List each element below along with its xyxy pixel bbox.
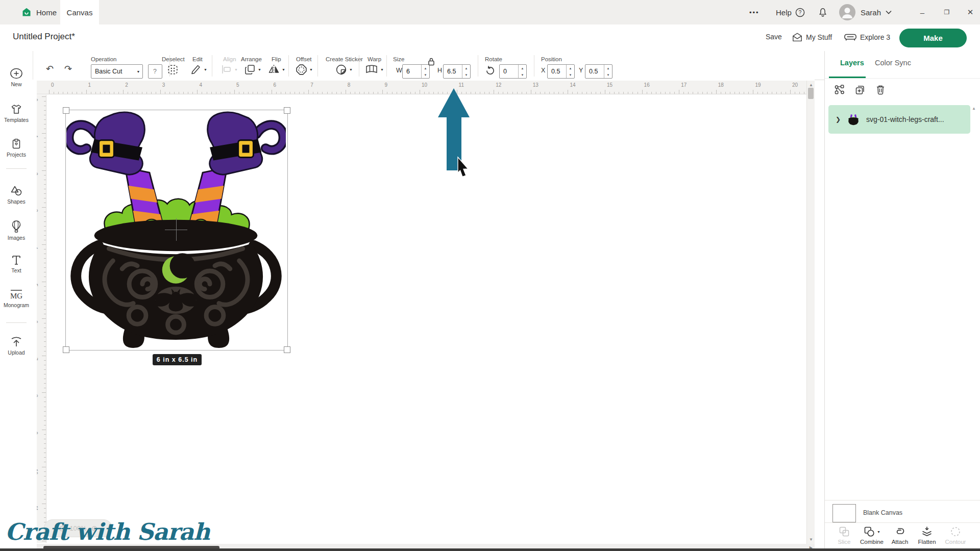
tab-color-sync[interactable]: Color Sync — [875, 59, 911, 67]
blank-canvas-label: Blank Canvas — [863, 509, 902, 516]
explore-button[interactable]: Explore 3 — [844, 33, 890, 42]
flatten-button[interactable]: Flatten — [913, 525, 941, 545]
selection-handle-top-left[interactable] — [63, 107, 69, 114]
selection-center-cross — [165, 230, 187, 230]
canvas-tab-label: Canvas — [67, 8, 93, 17]
craft-with-sarah-watermark: Craft with Sarah — [5, 518, 210, 545]
make-button[interactable]: Make — [899, 29, 967, 47]
rotate-icon[interactable] — [485, 65, 496, 76]
sidebar-item-upload[interactable]: Upload — [0, 336, 33, 356]
offset-caret-icon: ▼ — [309, 68, 313, 71]
arrange-button[interactable]: ▼ — [244, 63, 261, 76]
balloon-icon — [10, 220, 22, 233]
flip-label: Flip — [272, 56, 281, 62]
x-stepper[interactable]: ▲▼ — [566, 65, 574, 78]
warp-icon — [364, 63, 379, 76]
attach-button[interactable]: Attach — [886, 525, 914, 545]
sidebar-item-text[interactable]: Text — [0, 255, 33, 273]
layers-panel: Layers Color Sync ❯ — [824, 51, 980, 551]
rotate-value: 0 — [500, 65, 518, 78]
duplicate-layer-icon[interactable] — [854, 84, 866, 96]
app-window: Home Canvas ••• Help ? — [0, 0, 980, 551]
layer-row[interactable]: ❯ svg-01-witch-legs-craft... — [828, 105, 970, 134]
sidebar-item-shapes[interactable]: Shapes — [0, 185, 33, 205]
slice-button[interactable]: Slice — [830, 525, 859, 545]
align-button[interactable]: ▼ — [220, 63, 238, 76]
x-field[interactable]: 0.5 ▲▼ — [547, 64, 575, 79]
size-lock-icon[interactable] — [427, 57, 435, 66]
width-stepper[interactable]: ▲▼ — [421, 65, 429, 78]
save-button[interactable]: Save — [766, 33, 782, 41]
create-sticker-button[interactable]: ▼ — [335, 63, 353, 76]
minimize-button[interactable]: – — [914, 0, 931, 24]
cursor-pointer — [456, 156, 472, 179]
panel-scroll-up-icon[interactable]: ▲ — [972, 106, 976, 111]
group-layers-icon[interactable] — [834, 84, 846, 96]
home-tab[interactable]: Home — [21, 0, 57, 24]
offset-button[interactable]: ▼ — [295, 63, 313, 76]
y-stepper[interactable]: ▲▼ — [604, 65, 612, 78]
warp-button[interactable]: ▼ — [364, 63, 384, 76]
combine-button[interactable]: ▼ Combine — [857, 525, 886, 545]
flip-button[interactable]: ▼ — [267, 63, 285, 76]
tab-layers[interactable]: Layers — [840, 59, 864, 67]
contour-button[interactable]: Contour — [941, 525, 970, 545]
align-caret-icon: ▼ — [234, 68, 238, 71]
help-question-icon: ? — [795, 8, 805, 17]
height-stepper[interactable]: ▲▼ — [462, 65, 470, 78]
sidebar-item-new[interactable]: New — [0, 67, 33, 87]
v-scroll-thumb[interactable] — [808, 88, 814, 99]
redo-button[interactable]: ↷ — [64, 63, 72, 74]
selection-handle-bottom-right[interactable] — [284, 346, 290, 353]
design-canvas[interactable]: 01234567891011121314151617181920 0123456… — [33, 80, 815, 551]
warp-label: Warp — [368, 56, 381, 62]
height-field[interactable]: 6.5 ▲▼ — [443, 64, 471, 79]
header: Untitled Project* Save My Stuff Explore … — [0, 24, 980, 52]
sidebar-item-monogram[interactable]: MG Monogram — [0, 289, 33, 308]
scroll-down-icon[interactable]: ▼ — [809, 537, 813, 542]
blank-canvas-swatch[interactable] — [832, 504, 856, 522]
size-label: Size — [393, 56, 404, 62]
layer-expand-chevron-icon[interactable]: ❯ — [836, 116, 841, 123]
width-value: 6 — [403, 65, 421, 78]
rotate-field[interactable]: 0 ▲▼ — [499, 64, 527, 79]
scroll-up-icon[interactable]: ▲ — [809, 83, 813, 87]
selection-handle-bottom-left[interactable] — [63, 346, 69, 353]
home-icon — [21, 7, 32, 17]
combine-label: Combine — [860, 539, 884, 545]
machine-icon — [844, 33, 856, 42]
operation-select[interactable]: Basic Cut ▼ — [91, 64, 143, 79]
edit-button[interactable]: ▼ — [190, 63, 207, 76]
sidebar-item-templates[interactable]: Templates — [0, 103, 33, 123]
canvas-tab[interactable]: Canvas — [60, 0, 99, 24]
deselect-label: Deselect — [162, 56, 185, 62]
canvas-vertical-scrollbar[interactable]: ▲ ▼ — [806, 81, 815, 544]
my-stuff-button[interactable]: My Stuff — [792, 33, 832, 42]
close-button[interactable]: ✕ — [962, 0, 979, 24]
sidebar-item-projects[interactable]: Projects — [0, 138, 33, 158]
restore-button[interactable]: ❐ — [938, 0, 955, 24]
y-label: Y — [579, 67, 583, 74]
selection-box[interactable] — [65, 110, 288, 350]
notifications-button[interactable] — [817, 0, 828, 24]
delete-layer-icon[interactable] — [874, 84, 887, 96]
deselect-button[interactable] — [166, 63, 179, 76]
help-label: Help — [776, 8, 792, 17]
account-menu[interactable]: Sarah — [839, 0, 892, 24]
text-icon — [10, 255, 22, 266]
make-label: Make — [923, 34, 943, 42]
more-menu-button[interactable]: ••• — [749, 0, 760, 24]
project-title: Untitled Project* — [13, 32, 75, 42]
explore-label: Explore 3 — [860, 33, 890, 41]
help-menu[interactable]: Help ? — [776, 0, 805, 24]
undo-button[interactable]: ↶ — [46, 63, 54, 74]
pencil-icon — [190, 63, 202, 76]
width-field[interactable]: 6 ▲▼ — [402, 64, 430, 79]
y-field[interactable]: 0.5 ▲▼ — [585, 64, 612, 79]
operation-help-button[interactable]: ? — [148, 64, 162, 79]
sidebar-item-images[interactable]: Images — [0, 220, 33, 241]
flip-caret-icon: ▼ — [282, 68, 285, 71]
rotate-stepper[interactable]: ▲▼ — [518, 65, 526, 78]
selection-handle-top-right[interactable] — [284, 107, 290, 114]
close-icon: ✕ — [967, 8, 974, 17]
